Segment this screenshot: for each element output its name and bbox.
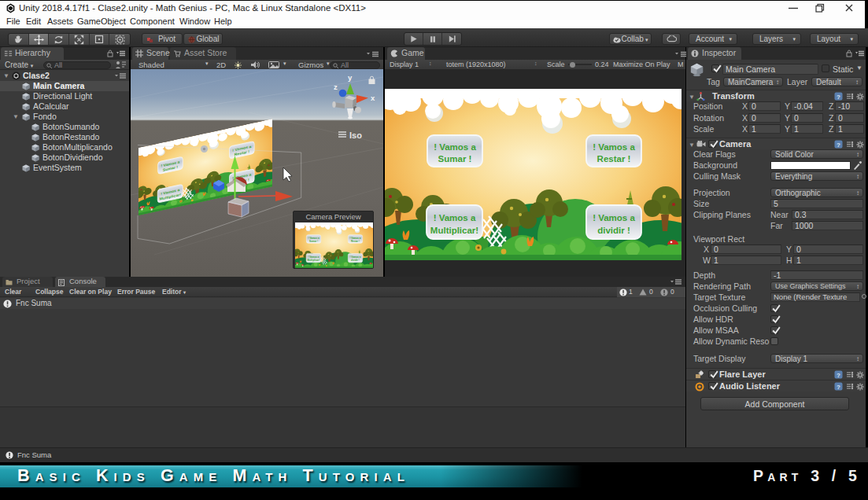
svg-text:?: ? bbox=[837, 372, 840, 379]
svg-text:Iso: Iso bbox=[349, 131, 362, 140]
svg-text:?: ? bbox=[837, 384, 840, 391]
svg-text:?: ? bbox=[837, 94, 840, 101]
svg-text:y: y bbox=[348, 73, 353, 82]
svg-text:z: z bbox=[334, 83, 338, 91]
svg-text:x: x bbox=[371, 94, 375, 102]
svg-text:?: ? bbox=[837, 142, 840, 149]
